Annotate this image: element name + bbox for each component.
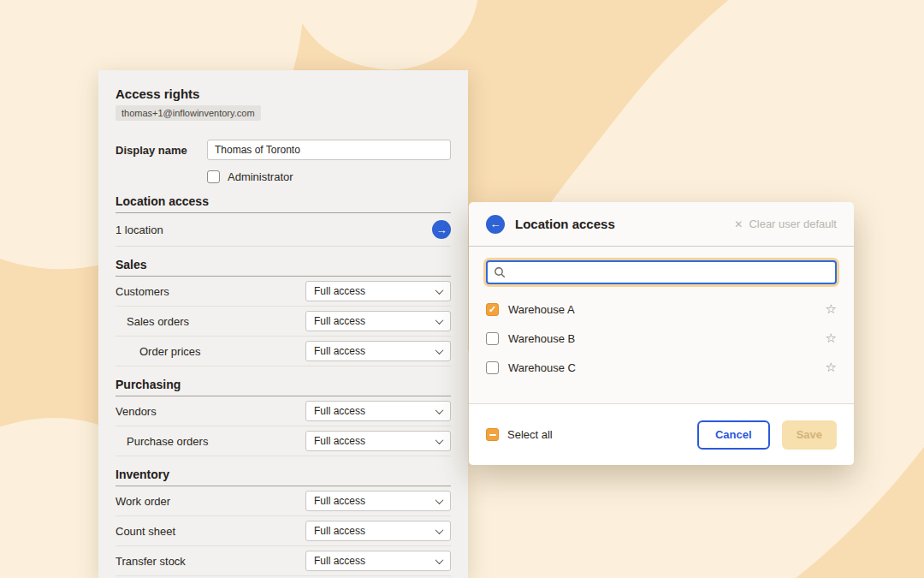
section-header-inventory: Inventory <box>116 468 451 486</box>
warehouse-c-label: Warehouse C <box>508 361 576 374</box>
star-icon[interactable]: ☆ <box>826 301 837 317</box>
back-button[interactable]: ← <box>486 215 505 234</box>
select-value: Full access <box>314 285 365 297</box>
dialog-title: Location access <box>515 217 615 231</box>
chevron-down-icon <box>435 436 444 444</box>
administrator-checkbox[interactable] <box>207 170 220 183</box>
perm-row-order-prices: Order prices Full access <box>116 337 451 366</box>
select-all-control[interactable]: Select all <box>486 428 553 441</box>
location-summary-row: 1 location → <box>116 213 451 247</box>
location-list: ✓ Warehouse A ☆ Warehouse B ☆ Warehouse … <box>469 295 854 382</box>
perm-row-vendors: Vendors Full access <box>116 396 451 426</box>
dialog-header: ← Location access ✕ Clear user default <box>469 202 854 247</box>
chevron-down-icon <box>435 286 444 295</box>
select-all-label: Select all <box>507 428 553 441</box>
search-field[interactable] <box>486 260 837 284</box>
display-name-input[interactable] <box>207 140 451 160</box>
perm-row-purchase-orders: Purchase orders Full access <box>116 426 451 456</box>
search-input[interactable] <box>511 266 829 279</box>
perm-row-count-sheet: Count sheet Full access <box>116 516 451 546</box>
display-name-row: Display name <box>116 140 451 160</box>
dialog-buttons: Cancel Save <box>697 420 837 450</box>
customers-access-select[interactable]: Full access <box>305 281 451 301</box>
warehouse-a-label: Warehouse A <box>508 303 575 316</box>
transfer-stock-access-select[interactable]: Full access <box>305 551 451 571</box>
chevron-down-icon <box>435 346 444 355</box>
dialog-footer: Select all Cancel Save <box>469 403 854 465</box>
perm-row-sales-orders: Sales orders Full access <box>116 307 451 337</box>
list-item-warehouse-c[interactable]: Warehouse C ☆ <box>469 353 854 382</box>
select-value: Full access <box>314 435 365 447</box>
order-prices-access-select[interactable]: Full access <box>305 341 451 361</box>
perm-label: Order prices <box>116 345 201 358</box>
select-value: Full access <box>314 345 365 357</box>
display-name-label: Display name <box>116 144 207 157</box>
perm-row-customers: Customers Full access <box>116 277 451 307</box>
vendors-access-select[interactable]: Full access <box>305 401 451 421</box>
clear-user-default-button[interactable]: ✕ Clear user default <box>734 217 837 230</box>
chevron-down-icon <box>435 406 444 414</box>
panel-title: Access rights <box>116 86 451 101</box>
chevron-down-icon <box>435 316 444 325</box>
count-sheet-access-select[interactable]: Full access <box>305 521 451 541</box>
open-location-access-button[interactable]: → <box>432 220 451 239</box>
list-item-warehouse-b[interactable]: Warehouse B ☆ <box>469 324 854 353</box>
warehouse-a-checkbox[interactable]: ✓ <box>486 303 499 316</box>
warehouse-b-label: Warehouse B <box>508 332 575 345</box>
perm-label: Work order <box>116 495 170 508</box>
desktop-background: Access rights thomas+1@inflowinventory.c… <box>0 0 924 578</box>
section-header-sales: Sales <box>116 258 451 277</box>
search-icon <box>494 266 506 278</box>
warehouse-c-checkbox[interactable] <box>486 361 499 374</box>
arrow-right-icon: → <box>436 223 447 236</box>
access-rights-panel: Access rights thomas+1@inflowinventory.c… <box>98 70 468 578</box>
perm-label: Transfer stock <box>116 555 186 568</box>
section-header-location-access: Location access <box>116 194 451 213</box>
location-access-dialog: ← Location access ✕ Clear user default ✓… <box>469 202 854 465</box>
arrow-left-icon: ← <box>490 217 501 230</box>
perm-label: Customers <box>116 285 169 298</box>
chevron-down-icon <box>435 526 444 534</box>
perm-label: Count sheet <box>116 525 175 538</box>
user-email-chip: thomas+1@inflowinventory.com <box>116 105 261 121</box>
work-order-access-select[interactable]: Full access <box>305 491 451 511</box>
select-value: Full access <box>314 405 365 417</box>
perm-label: Vendors <box>116 405 157 418</box>
star-icon[interactable]: ☆ <box>826 331 837 346</box>
select-value: Full access <box>314 315 365 327</box>
section-header-purchasing: Purchasing <box>116 378 451 396</box>
sales-orders-access-select[interactable]: Full access <box>305 311 451 331</box>
save-button[interactable]: Save <box>782 420 837 450</box>
location-summary-text: 1 location <box>116 223 163 236</box>
clear-user-default-label: Clear user default <box>749 217 837 230</box>
indeterminate-dash-icon <box>489 434 496 436</box>
cancel-button[interactable]: Cancel <box>697 420 770 450</box>
list-item-warehouse-a[interactable]: ✓ Warehouse A ☆ <box>469 295 854 324</box>
select-value: Full access <box>314 495 365 507</box>
perm-label: Sales orders <box>116 315 189 328</box>
warehouse-b-checkbox[interactable] <box>486 332 499 345</box>
star-icon[interactable]: ☆ <box>826 360 837 375</box>
chevron-down-icon <box>435 496 444 504</box>
close-icon: ✕ <box>734 218 743 230</box>
perm-label: Purchase orders <box>116 435 208 448</box>
administrator-label: Administrator <box>228 170 293 183</box>
select-all-checkbox[interactable] <box>486 428 499 441</box>
perm-row-transfer-stock: Transfer stock Full access <box>116 546 451 576</box>
chevron-down-icon <box>435 556 444 564</box>
select-value: Full access <box>314 525 365 537</box>
select-value: Full access <box>314 555 365 567</box>
administrator-row: Administrator <box>207 170 451 183</box>
purchase-orders-access-select[interactable]: Full access <box>305 431 451 451</box>
perm-row-work-order: Work order Full access <box>116 486 451 516</box>
